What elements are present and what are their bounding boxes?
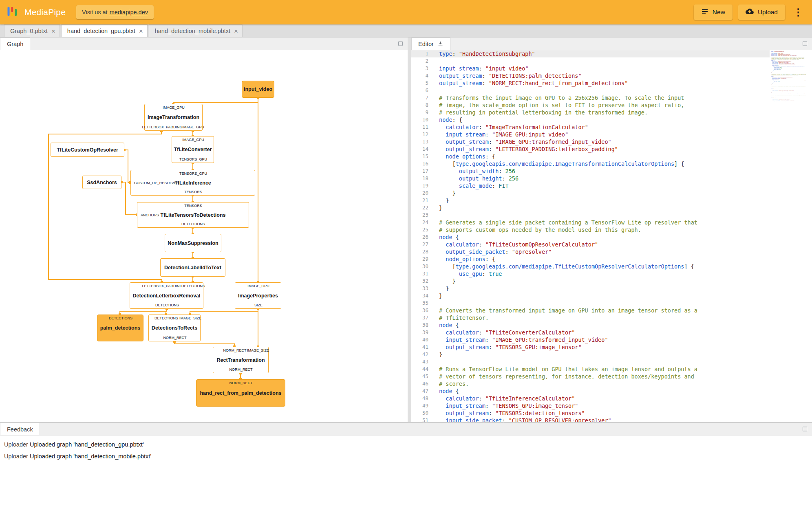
graph-node-ssd_anchors[interactable]: SsdAnchors: [82, 176, 121, 189]
code-line[interactable]: 20 }: [411, 189, 770, 197]
line-number: 31: [411, 270, 435, 277]
kebab-menu-icon[interactable]: ⋮: [791, 7, 805, 17]
line-number: 12: [411, 131, 435, 138]
code-line[interactable]: 18 output_height: 256: [411, 175, 770, 182]
minimap[interactable]: type: "HandDetectionSubgraph"input_strea…: [771, 51, 810, 422]
port-label: NORM_RECT: [229, 367, 252, 372]
code-line[interactable]: 39 calculator: "TfLiteConverterCalculato…: [411, 329, 770, 336]
visit-link-chip[interactable]: Visit us at mediapipe.dev: [76, 5, 154, 19]
code-line[interactable]: 26node {: [411, 233, 770, 241]
upload-button[interactable]: Upload: [738, 4, 785, 20]
graph-node-non_max_suppression[interactable]: NonMaxSuppression: [165, 234, 221, 252]
code-line[interactable]: 41 output_stream: "TENSORS_GPU:image_ten…: [411, 343, 770, 351]
code-line[interactable]: 29 node_options: {: [411, 255, 770, 263]
download-icon[interactable]: [437, 41, 444, 47]
code-line[interactable]: 46# scores.: [411, 380, 770, 387]
tab-editor[interactable]: Editor: [411, 37, 450, 50]
file-tab[interactable]: hand_detection_gpu.pbtxt×: [61, 24, 148, 37]
line-number: 47: [411, 387, 435, 395]
code-line[interactable]: 3input_stream: "input_video": [411, 65, 770, 72]
graph-node-tflite_converter[interactable]: TfLiteConverterIMAGE_GPUTENSORS_GPU: [172, 136, 214, 163]
code-line[interactable]: 9# resulting in potential letterboxing i…: [411, 109, 770, 116]
code-line[interactable]: 48 calculator: "TfLiteInferenceCalculato…: [411, 395, 770, 402]
graph-node-input_video[interactable]: input_video: [242, 81, 274, 98]
code-line[interactable]: 6: [411, 87, 770, 94]
file-tab[interactable]: Graph_0.pbtxt×: [4, 24, 60, 37]
code-line[interactable]: 28 output_side_packet: "opresolver": [411, 248, 770, 255]
graph-popout-icon[interactable]: [398, 42, 403, 46]
code-area[interactable]: 1type: "HandDetectionSubgraph"23input_st…: [411, 50, 770, 422]
code-line[interactable]: 5output_stream: "NORM_RECT:hand_rect_fro…: [411, 79, 770, 87]
code-line[interactable]: 34}: [411, 292, 770, 299]
code-line[interactable]: 13 output_stream: "IMAGE_GPU:transformed…: [411, 138, 770, 145]
code-line[interactable]: 17 output_width: 256: [411, 167, 770, 175]
tab-graph[interactable]: Graph: [0, 37, 30, 50]
file-tab[interactable]: hand_detection_mobile.pbtxt×: [149, 24, 243, 37]
feedback-popout-icon[interactable]: [803, 427, 807, 431]
code-line[interactable]: 21 }: [411, 197, 770, 204]
code-line[interactable]: 25# supports custom ops needed by the mo…: [411, 226, 770, 233]
code-line[interactable]: 30 [type.googleapis.com/mediapipe.TfLite…: [411, 263, 770, 270]
line-number: 6: [411, 87, 435, 94]
graph-node-palm_detections[interactable]: palm_detectionsDETECTIONS: [97, 315, 143, 341]
code-line[interactable]: 14 output_stream: "LETTERBOX_PADDING:let…: [411, 145, 770, 153]
code-line[interactable]: 36# Converts the transformed input image…: [411, 307, 770, 314]
graph-canvas[interactable]: input_videoImageTransformationIMAGE_GPUL…: [0, 50, 408, 422]
graph-node-detections_to_rects[interactable]: DetectionsToRectsDETECTIONSIMAGE_SIZENOR…: [148, 315, 201, 341]
code-line[interactable]: 42}: [411, 351, 770, 358]
close-icon[interactable]: ×: [234, 28, 238, 35]
graph-node-tflite_custom_op_resolver[interactable]: TfLiteCustomOpResolver: [51, 143, 124, 157]
code-line[interactable]: 44# Runs a TensorFlow Lite model on GPU …: [411, 365, 770, 373]
line-number: 17: [411, 167, 435, 175]
code-line[interactable]: 35: [411, 299, 770, 307]
code-line[interactable]: 31 use_gpu: true: [411, 270, 770, 277]
code-line[interactable]: 45# vector of tensors representing, for …: [411, 373, 770, 380]
line-number: 15: [411, 153, 435, 160]
code-editor[interactable]: 1type: "HandDetectionSubgraph"23input_st…: [411, 50, 812, 422]
line-number: 40: [411, 336, 435, 343]
code-line[interactable]: 7# Transforms the input image on GPU to …: [411, 94, 770, 101]
code-line[interactable]: 22}: [411, 204, 770, 211]
close-icon[interactable]: ×: [139, 28, 143, 35]
editor-popout-icon[interactable]: [803, 42, 807, 46]
code-line[interactable]: 10node: {: [411, 116, 770, 123]
mediapipe-dev-link[interactable]: mediapipe.dev: [110, 9, 148, 15]
graph-node-image_transformation[interactable]: ImageTransformationIMAGE_GPULETTERBOX_PA…: [144, 104, 203, 131]
code-line[interactable]: 40 input_stream: "IMAGE_GPU:transformed_…: [411, 336, 770, 343]
code-line[interactable]: 15 node_options: {: [411, 153, 770, 160]
code-line[interactable]: 19 scale_mode: FIT: [411, 182, 770, 189]
code-line[interactable]: 16 [type.googleapis.com/mediapipe.ImageT…: [411, 160, 770, 167]
close-icon[interactable]: ×: [51, 28, 55, 35]
graph-node-tflite_inference[interactable]: TfLiteInferenceTENSORS_GPUTENSORSCUSTOM_…: [130, 170, 255, 196]
graph-node-rect_transformation[interactable]: RectTransformationNORM_RECTIMAGE_SIZENOR…: [213, 347, 269, 373]
code-line[interactable]: 23: [411, 211, 770, 219]
code-line[interactable]: 50 output_stream: "TENSORS:detection_ten…: [411, 409, 770, 417]
code-line[interactable]: 38node {: [411, 321, 770, 329]
graph-node-detection_letterbox_removal[interactable]: DetectionLetterboxRemovalLETTERBOX_PADDI…: [130, 282, 203, 309]
code-line[interactable]: 47node {: [411, 387, 770, 395]
code-line[interactable]: 11 calculator: "ImageTransformationCalcu…: [411, 123, 770, 131]
code-line[interactable]: 49 input_stream: "TENSORS_GPU:image_tens…: [411, 402, 770, 409]
code-text: input_side_packet: "CUSTOM_OP_RESOLVER:o…: [435, 417, 611, 422]
new-button[interactable]: New: [694, 4, 733, 20]
node-label: palm_detections: [100, 325, 141, 331]
code-line[interactable]: 51 input_side_packet: "CUSTOM_OP_RESOLVE…: [411, 417, 770, 422]
code-line[interactable]: 12 input_stream: "IMAGE_GPU:input_video": [411, 131, 770, 138]
code-line[interactable]: 4output_stream: "DETECTIONS:palm_detecti…: [411, 72, 770, 79]
code-line[interactable]: 2: [411, 57, 770, 65]
code-text: [type.googleapis.com/mediapipe.ImageTran…: [435, 160, 684, 167]
code-line[interactable]: 27 calculator: "TfLiteCustomOpResolverCa…: [411, 241, 770, 248]
code-line[interactable]: 33 }: [411, 285, 770, 292]
tab-feedback[interactable]: Feedback: [0, 423, 40, 435]
graph-node-image_properties[interactable]: ImagePropertiesIMAGE_GPUSIZE: [235, 282, 281, 309]
graph-node-tflite_tensors_to_detections[interactable]: TfLiteTensorsToDetectionsTENSORSDETECTIO…: [137, 202, 249, 228]
code-line[interactable]: 1type: "HandDetectionSubgraph": [411, 50, 770, 57]
code-line[interactable]: 43: [411, 358, 770, 365]
file-tab-bar: Graph_0.pbtxt×hand_detection_gpu.pbtxt×h…: [0, 24, 812, 37]
graph-node-hand_rect_from_palm_detections[interactable]: hand_rect_from_palm_detectionsNORM_RECT: [196, 379, 285, 407]
code-line[interactable]: 24# Generates a single side packet conta…: [411, 219, 770, 226]
code-line[interactable]: 32 }: [411, 277, 770, 285]
graph-node-detection_label_id_to_text[interactable]: DetectionLabelIdToText: [160, 258, 225, 277]
code-line[interactable]: 8# image, the scale_mode option is set t…: [411, 101, 770, 109]
code-line[interactable]: 37# TfLiteTensor.: [411, 314, 770, 321]
